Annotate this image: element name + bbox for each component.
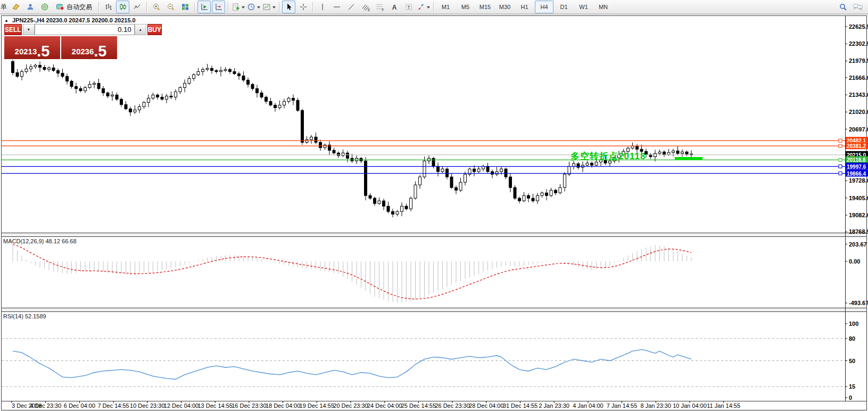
- trendline-icon: [347, 3, 356, 11]
- line-chart-button[interactable]: [130, 1, 144, 13]
- sell-price-display[interactable]: 20213 .5: [4, 36, 60, 59]
- new-order-button[interactable]: [9, 1, 22, 13]
- auto-scroll-button[interactable]: [197, 1, 211, 13]
- panel-splitter[interactable]: [2, 308, 866, 312]
- time-axis-label: 7 Jan 14:55: [607, 402, 638, 409]
- level-anchor[interactable]: [839, 158, 842, 161]
- timeframe-d1-button[interactable]: D1: [555, 1, 573, 13]
- macd-indicator-label: MACD(12,26,9) 48.12 66.68: [3, 238, 77, 244]
- chart-annotation-text[interactable]: 多空转折点20118: [571, 150, 646, 162]
- volume-increase-button[interactable]: ▲: [135, 24, 146, 35]
- timeframe-h4-button[interactable]: H4: [535, 1, 553, 13]
- time-axis-label: 11 Jan 14:55: [707, 402, 740, 409]
- time-axis[interactable]: 3 Dec 20184 Dec 23:306 Dec 04:007 Dec 14…: [12, 401, 740, 409]
- time-axis-label: 19 Dec 14:55: [300, 402, 334, 409]
- volume-input[interactable]: [35, 24, 135, 35]
- timeframe-h1-button[interactable]: H1: [515, 1, 534, 13]
- arrows-tool-button[interactable]: [416, 1, 431, 13]
- line-chart-icon: [133, 3, 142, 11]
- time-axis-label: 25 Dec 14:55: [401, 402, 436, 409]
- tile-windows-button[interactable]: [178, 1, 192, 13]
- svg-text:19866.4: 19866.4: [847, 171, 866, 177]
- templates-button[interactable]: [262, 1, 276, 13]
- svg-text:E: E: [368, 8, 370, 12]
- time-axis-label: 7 Dec 14:55: [97, 402, 129, 409]
- horizontal-line-tool-button[interactable]: [330, 1, 343, 13]
- toolbar-separator: [312, 2, 313, 12]
- sell-button[interactable]: SELL: [4, 24, 22, 35]
- timeframe-m30-button[interactable]: M30: [495, 1, 514, 13]
- chart-area[interactable]: 22625.522302.521979.521666.021343.021020…: [0, 0, 868, 411]
- buy-price-display[interactable]: 20236 .5: [61, 36, 117, 59]
- ask-price: 20236: [72, 47, 94, 56]
- svg-text:203.67: 203.67: [849, 241, 867, 248]
- symbol-marker-icon: ▲: [4, 18, 9, 23]
- time-axis-label: 4 Jan 04:00: [573, 402, 604, 409]
- volume-decrease-button[interactable]: ▼: [23, 24, 35, 35]
- crosshair-button[interactable]: [296, 1, 310, 13]
- candlestick-chart-icon: [119, 3, 127, 11]
- svg-text:A: A: [392, 4, 396, 11]
- new-order-icon: [12, 3, 20, 11]
- text-tool-button[interactable]: A: [387, 1, 401, 13]
- toolbar-separator: [433, 2, 434, 12]
- svg-text:-493.67: -493.67: [849, 300, 868, 306]
- horizontal-line-icon: [333, 3, 341, 11]
- zoom-in-button[interactable]: [150, 1, 163, 13]
- time-axis-label: 10 Jan 04:00: [673, 402, 707, 409]
- time-axis-label: 16 Dec 23:30: [232, 402, 266, 409]
- chevron-down-icon: [272, 6, 276, 10]
- profile-button[interactable]: [23, 1, 37, 13]
- text-label-tool-button[interactable]: T: [402, 1, 415, 13]
- order-menu-label[interactable]: 单: [1, 3, 7, 12]
- timeframe-w1-button[interactable]: W1: [574, 1, 593, 13]
- level-anchor[interactable]: [839, 172, 842, 175]
- ask-price-fraction: .5: [94, 45, 106, 57]
- fibonacci-icon: F: [376, 3, 384, 11]
- panel-splitter[interactable]: [2, 233, 866, 237]
- time-axis-label: 24 Dec 04:00: [367, 402, 402, 409]
- level-anchor[interactable]: [839, 139, 842, 142]
- fibonacci-tool-button[interactable]: F: [373, 1, 386, 13]
- buy-button[interactable]: BUY: [147, 24, 162, 35]
- time-axis-label: 2 Jan 23:30: [539, 402, 569, 409]
- bid-price: 20213: [15, 47, 37, 56]
- autotrading-button[interactable]: 自动交易: [52, 1, 96, 13]
- periods-button[interactable]: [246, 1, 261, 13]
- timeframe-m5-button[interactable]: M5: [456, 1, 475, 13]
- vertical-line-tool-button[interactable]: [316, 1, 329, 13]
- annotation-trend-segment[interactable]: [675, 157, 702, 160]
- svg-text:100: 100: [849, 320, 858, 327]
- indicators-button[interactable]: [231, 1, 245, 13]
- chevron-down-icon: [242, 6, 245, 10]
- time-axis-label: 18 Dec 04:00: [266, 402, 300, 409]
- timeframe-mn-button[interactable]: MN: [594, 1, 613, 13]
- timeframe-m15-button[interactable]: M15: [476, 1, 494, 13]
- autotrading-label: 自动交易: [67, 3, 92, 12]
- level-anchor[interactable]: [839, 165, 842, 168]
- zoom-out-button[interactable]: [164, 1, 177, 13]
- svg-text:50: 50: [849, 358, 855, 364]
- template-icon: [262, 3, 271, 11]
- toolbar-separator: [98, 2, 99, 12]
- level-anchor[interactable]: [839, 144, 842, 147]
- candlestick-chart-button[interactable]: [116, 1, 129, 13]
- time-axis-label: 12 Dec 04:00: [164, 402, 199, 409]
- search-button[interactable]: [837, 1, 850, 13]
- chat-icon: [853, 3, 863, 11]
- cursor-button[interactable]: [282, 1, 295, 13]
- chart-shift-button[interactable]: [212, 1, 225, 13]
- svg-text:18768.5: 18768.5: [849, 228, 868, 235]
- trendline-tool-button[interactable]: [344, 1, 358, 13]
- chevron-down-icon: [427, 6, 430, 10]
- chat-button[interactable]: [851, 1, 864, 13]
- autotrading-icon: [56, 3, 64, 11]
- bar-chart-button[interactable]: [102, 1, 115, 13]
- timeframe-m1-button[interactable]: M1: [436, 1, 455, 13]
- signal-icon: [40, 3, 49, 11]
- auto-scroll-icon: [200, 3, 209, 11]
- channel-tool-button[interactable]: E: [359, 1, 372, 13]
- signals-button[interactable]: [38, 1, 51, 13]
- time-axis-label: 10 Dec 23:30: [130, 402, 164, 409]
- toolbar-separator: [194, 2, 195, 12]
